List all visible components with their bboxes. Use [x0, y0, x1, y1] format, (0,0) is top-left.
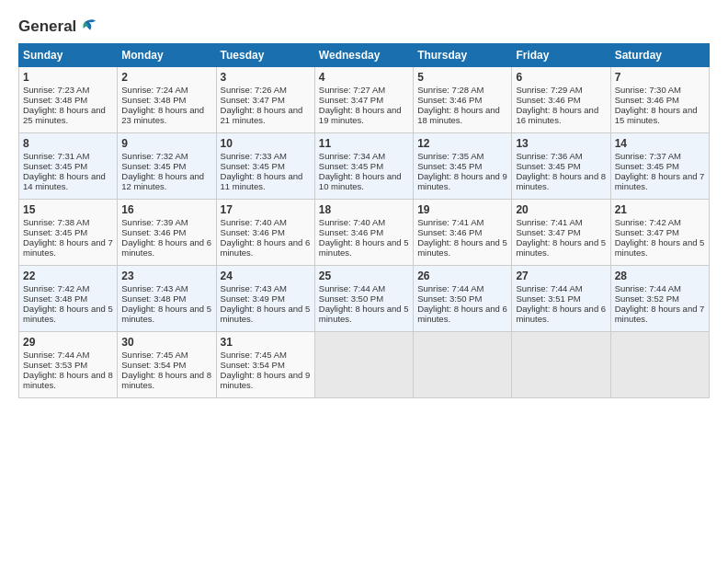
sunrise-text: Sunrise: 7:32 AM	[121, 151, 188, 161]
calendar-cell: 29Sunrise: 7:44 AMSunset: 3:53 PMDayligh…	[19, 332, 118, 398]
daylight-text: Daylight: 8 hours and 5 minutes.	[417, 237, 507, 258]
calendar-cell: 1Sunrise: 7:23 AMSunset: 3:48 PMDaylight…	[19, 67, 118, 133]
sunrise-text: Sunrise: 7:26 AM	[221, 85, 287, 95]
daylight-text: Daylight: 8 hours and 8 minutes.	[516, 171, 606, 191]
calendar-cell: 9Sunrise: 7:32 AMSunset: 3:45 PMDaylight…	[118, 133, 216, 200]
calendar-cell: 24Sunrise: 7:43 AMSunset: 3:49 PMDayligh…	[216, 266, 314, 332]
header-day: Thursday	[414, 44, 512, 67]
day-number: 3	[221, 71, 311, 84]
sunset-text: Sunset: 3:45 PM	[121, 161, 186, 171]
day-number: 17	[221, 203, 311, 216]
daylight-text: Daylight: 8 hours and 5 minutes.	[121, 304, 211, 324]
calendar-cell: 15Sunrise: 7:38 AMSunset: 3:45 PMDayligh…	[19, 200, 118, 266]
day-number: 4	[319, 71, 409, 84]
header-day: Sunday	[19, 44, 118, 67]
daylight-text: Daylight: 8 hours and 15 minutes.	[615, 105, 698, 125]
sunrise-text: Sunrise: 7:43 AM	[221, 283, 287, 293]
sunrise-text: Sunrise: 7:28 AM	[417, 85, 483, 95]
calendar-cell: 26Sunrise: 7:44 AMSunset: 3:50 PMDayligh…	[414, 266, 512, 332]
daylight-text: Daylight: 8 hours and 9 minutes.	[221, 370, 311, 390]
daylight-text: Daylight: 8 hours and 9 minutes.	[417, 171, 507, 191]
logo-general: General	[18, 17, 76, 36]
calendar-week-row: 8Sunrise: 7:31 AMSunset: 3:45 PMDaylight…	[19, 133, 710, 200]
sunset-text: Sunset: 3:46 PM	[221, 227, 285, 237]
daylight-text: Daylight: 8 hours and 12 minutes.	[121, 171, 204, 191]
sunset-text: Sunset: 3:46 PM	[516, 95, 580, 105]
sunrise-text: Sunrise: 7:44 AM	[23, 350, 89, 360]
sunrise-text: Sunrise: 7:37 AM	[615, 151, 681, 161]
sunset-text: Sunset: 3:47 PM	[319, 95, 383, 105]
calendar-week-row: 22Sunrise: 7:42 AMSunset: 3:48 PMDayligh…	[19, 266, 710, 332]
daylight-text: Daylight: 8 hours and 7 minutes.	[615, 171, 705, 191]
calendar-cell: 16Sunrise: 7:39 AMSunset: 3:46 PMDayligh…	[118, 200, 216, 266]
daylight-text: Daylight: 8 hours and 6 minutes.	[121, 237, 211, 258]
sunset-text: Sunset: 3:48 PM	[121, 95, 186, 105]
sunset-text: Sunset: 3:45 PM	[615, 161, 679, 171]
sunrise-text: Sunrise: 7:35 AM	[417, 151, 483, 161]
day-number: 5	[417, 71, 507, 84]
calendar-cell: 11Sunrise: 7:34 AMSunset: 3:45 PMDayligh…	[314, 133, 413, 200]
calendar-cell: 22Sunrise: 7:42 AMSunset: 3:48 PMDayligh…	[19, 266, 118, 332]
day-number: 13	[516, 137, 606, 150]
day-number: 6	[516, 71, 606, 84]
daylight-text: Daylight: 8 hours and 11 minutes.	[221, 171, 303, 191]
calendar-cell: 27Sunrise: 7:44 AMSunset: 3:51 PMDayligh…	[512, 266, 610, 332]
daylight-text: Daylight: 8 hours and 8 minutes.	[121, 370, 211, 390]
header-day: Monday	[118, 44, 216, 67]
calendar-cell: 10Sunrise: 7:33 AMSunset: 3:45 PMDayligh…	[216, 133, 314, 200]
calendar-cell	[512, 332, 610, 398]
sunset-text: Sunset: 3:45 PM	[23, 161, 87, 171]
day-number: 16	[121, 203, 211, 216]
sunrise-text: Sunrise: 7:34 AM	[319, 151, 385, 161]
day-number: 27	[516, 270, 606, 282]
header: General	[18, 17, 710, 34]
day-number: 12	[417, 137, 507, 150]
sunset-text: Sunset: 3:49 PM	[221, 293, 285, 304]
header-day: Friday	[512, 44, 610, 67]
daylight-text: Daylight: 8 hours and 8 minutes.	[23, 370, 113, 390]
sunrise-text: Sunrise: 7:23 AM	[23, 85, 89, 95]
calendar-cell: 14Sunrise: 7:37 AMSunset: 3:45 PMDayligh…	[610, 133, 709, 200]
day-number: 26	[417, 270, 507, 282]
sunrise-text: Sunrise: 7:43 AM	[121, 283, 188, 293]
sunrise-text: Sunrise: 7:44 AM	[615, 283, 681, 293]
day-number: 1	[23, 71, 113, 84]
calendar-cell: 4Sunrise: 7:27 AMSunset: 3:47 PMDaylight…	[314, 67, 413, 133]
sunset-text: Sunset: 3:53 PM	[23, 360, 87, 370]
header-day: Tuesday	[216, 44, 314, 67]
calendar-cell	[610, 332, 709, 398]
sunset-text: Sunset: 3:45 PM	[319, 161, 383, 171]
sunset-text: Sunset: 3:47 PM	[221, 95, 285, 105]
header-day: Wednesday	[314, 44, 413, 67]
day-number: 30	[121, 336, 211, 349]
sunset-text: Sunset: 3:51 PM	[516, 293, 580, 304]
day-number: 14	[615, 137, 705, 150]
calendar-table: SundayMondayTuesdayWednesdayThursdayFrid…	[18, 43, 710, 398]
sunrise-text: Sunrise: 7:41 AM	[417, 217, 483, 227]
calendar-cell: 17Sunrise: 7:40 AMSunset: 3:46 PMDayligh…	[216, 200, 314, 266]
sunrise-text: Sunrise: 7:40 AM	[221, 217, 287, 227]
calendar-week-row: 1Sunrise: 7:23 AMSunset: 3:48 PMDaylight…	[19, 67, 710, 133]
sunset-text: Sunset: 3:45 PM	[23, 227, 87, 237]
day-number: 18	[319, 203, 409, 216]
sunrise-text: Sunrise: 7:38 AM	[23, 217, 89, 227]
sunset-text: Sunset: 3:52 PM	[615, 293, 679, 304]
sunrise-text: Sunrise: 7:45 AM	[221, 350, 287, 360]
calendar-cell: 20Sunrise: 7:41 AMSunset: 3:47 PMDayligh…	[512, 200, 610, 266]
day-number: 19	[417, 203, 507, 216]
sunrise-text: Sunrise: 7:40 AM	[319, 217, 385, 227]
calendar-cell: 30Sunrise: 7:45 AMSunset: 3:54 PMDayligh…	[118, 332, 216, 398]
daylight-text: Daylight: 8 hours and 10 minutes.	[319, 171, 402, 191]
daylight-text: Daylight: 8 hours and 7 minutes.	[23, 237, 113, 258]
sunrise-text: Sunrise: 7:42 AM	[23, 283, 89, 293]
calendar-header: SundayMondayTuesdayWednesdayThursdayFrid…	[19, 44, 710, 67]
sunset-text: Sunset: 3:45 PM	[417, 161, 482, 171]
daylight-text: Daylight: 8 hours and 23 minutes.	[121, 105, 204, 125]
sunset-text: Sunset: 3:46 PM	[417, 95, 482, 105]
sunrise-text: Sunrise: 7:39 AM	[121, 217, 188, 227]
calendar-cell: 7Sunrise: 7:30 AMSunset: 3:46 PMDaylight…	[610, 67, 709, 133]
sunset-text: Sunset: 3:46 PM	[121, 227, 186, 237]
day-number: 8	[23, 137, 113, 150]
calendar-cell: 25Sunrise: 7:44 AMSunset: 3:50 PMDayligh…	[314, 266, 413, 332]
daylight-text: Daylight: 8 hours and 21 minutes.	[221, 105, 303, 125]
